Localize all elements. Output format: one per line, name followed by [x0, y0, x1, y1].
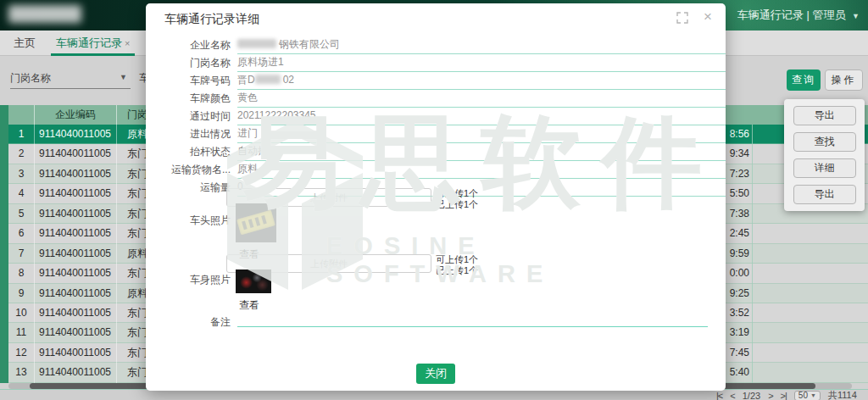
column-header-code: 企业编码	[34, 105, 116, 125]
row-number-cell: 12	[8, 343, 34, 363]
field-value: 黄色	[237, 91, 726, 108]
field-label: 通过时间	[164, 108, 231, 124]
tab-vehicle-records[interactable]: 车辆通行记录×	[51, 31, 135, 56]
field-value: 原料	[237, 162, 726, 179]
next-page-button[interactable]: >	[768, 391, 772, 400]
redacted-text	[237, 39, 276, 48]
photo-head-label: 车头照片	[164, 214, 231, 228]
operate-dropdown-menu: 导出查找详细导出	[784, 99, 865, 211]
license-plate-image	[236, 210, 275, 236]
operate-menu-item[interactable]: 导出	[793, 185, 856, 204]
upload-can-count: 可上传1个	[436, 188, 512, 199]
gate-filter-label: 门岗名称	[10, 71, 51, 86]
row-end-cell	[752, 284, 868, 303]
detail-field-row: 车牌颜色黄色	[164, 91, 708, 108]
row-number-cell: 11	[8, 323, 34, 342]
field-label: 企业名称	[164, 37, 231, 53]
user-menu[interactable]: 车辆通行记录 | 管理员 ▼	[737, 0, 860, 31]
row-number-cell: 4	[8, 184, 34, 203]
enterprise-code-cell: 9114040011005	[34, 125, 116, 144]
detail-field-row: 车牌号码晋D02	[164, 73, 708, 91]
field-value: 进门	[237, 126, 726, 143]
redacted-text	[255, 75, 281, 84]
upload-box-label: 上传附件	[310, 258, 348, 269]
row-end-cell	[752, 323, 868, 342]
row-number-cell: 3	[8, 164, 34, 184]
prev-page-button[interactable]: <	[730, 391, 734, 400]
row-number-cell: 1	[8, 125, 34, 144]
page-indicator: 1/23	[743, 391, 760, 400]
field-label: 车牌号码	[164, 73, 231, 88]
modal-title: 车辆通行记录详细	[164, 12, 259, 27]
detail-field-row: 运输货物名...原料	[164, 162, 708, 180]
row-number-cell: 9	[8, 284, 34, 303]
app-logo	[8, 5, 81, 23]
row-number-cell: 13	[8, 363, 34, 382]
field-value: 钢铁有限公司	[237, 37, 726, 54]
vehicle-head-photo-thumbnail[interactable]	[236, 203, 276, 242]
maximize-icon[interactable]	[676, 12, 688, 24]
note-input[interactable]	[237, 326, 708, 327]
total-count: 共1114	[828, 389, 857, 400]
field-value: 原料场进1	[237, 55, 726, 72]
field-value: 晋D02	[237, 73, 726, 90]
last-page-button[interactable]: >|	[781, 391, 787, 400]
detail-field-row: 门岗名称原料场进1	[164, 55, 708, 73]
detail-field-row: 通过时间20211222203345	[164, 108, 708, 126]
enterprise-code-cell: 9114040011005	[34, 244, 116, 264]
field-value: 20211222203345	[237, 108, 726, 125]
chevron-down-icon: ▼	[852, 12, 860, 20]
tab-label: 车辆通行记录	[56, 36, 122, 49]
enterprise-code-cell: 9114040011005	[34, 284, 116, 303]
page-size-value: 50	[798, 391, 808, 400]
upload-can-count: 可上传1个	[436, 254, 512, 265]
field-label: 抬杆状态	[164, 144, 231, 159]
row-end-cell	[752, 264, 868, 283]
operate-menu-item[interactable]: 导出	[793, 106, 856, 125]
upload-box-label: 上传附件	[310, 192, 348, 203]
field-value: 自动抬杆	[237, 144, 726, 161]
row-end-cell	[752, 363, 868, 382]
record-detail-modal: 车辆通行记录详细 × 企业名称钢铁有限公司门岗名称原料场进1车牌号码晋D02车牌…	[146, 3, 726, 391]
enterprise-code-cell: 9114040011005	[34, 264, 116, 283]
enterprise-code-cell: 9114040011005	[34, 343, 116, 363]
upload-note-body: 可上传1个 已上传1个	[436, 254, 512, 276]
gate-filter-select[interactable]	[10, 88, 131, 89]
field-label: 门岗名称	[164, 55, 231, 70]
row-number-cell: 7	[8, 244, 34, 264]
first-page-button[interactable]: |<	[716, 391, 722, 400]
row-end-cell	[752, 224, 868, 243]
close-icon[interactable]: ×	[704, 8, 712, 25]
row-number-cell: 2	[8, 144, 34, 164]
tab-close-icon[interactable]: ×	[125, 38, 130, 48]
operate-button[interactable]: 操作	[825, 69, 863, 91]
operate-menu-item[interactable]: 查找	[793, 132, 856, 152]
row-number-cell: 6	[8, 224, 34, 243]
enterprise-code-cell: 9114040011005	[34, 323, 116, 342]
detail-field-row: 企业名称钢铁有限公司	[164, 37, 708, 55]
upload-done-count: 已上传1个	[436, 265, 512, 276]
field-label: 运输量	[164, 180, 231, 195]
upload-done-count: 已上传1个	[436, 199, 512, 210]
enterprise-code-cell: 9114040011005	[34, 303, 116, 323]
chevron-down-icon[interactable]: ▼	[120, 73, 127, 81]
table-left-strip	[0, 105, 8, 383]
detail-field-row: 抬杆状态自动抬杆	[164, 144, 708, 162]
row-end-cell	[752, 303, 868, 323]
vehicle-body-photo-thumbnail[interactable]	[236, 269, 271, 293]
enterprise-code-cell: 9114040011005	[34, 363, 116, 382]
query-button[interactable]: 查询	[787, 69, 821, 91]
modal-close-button[interactable]: 关闭	[416, 364, 455, 384]
photo-body-label: 车身照片	[164, 273, 231, 287]
page-size-select[interactable]: 50 ▼	[794, 391, 821, 400]
enterprise-code-cell: 9114040011005	[34, 144, 116, 164]
field-label: 运输货物名...	[164, 162, 231, 177]
view-body-photo-link[interactable]: 查看	[239, 298, 259, 313]
operate-menu-item[interactable]: 详细	[793, 158, 856, 178]
row-number-cell: 8	[8, 264, 34, 283]
tab-home[interactable]: 主页	[14, 31, 36, 56]
field-label: 进出情况	[164, 126, 231, 142]
enterprise-code-cell: 9114040011005	[34, 184, 116, 203]
detail-field-row: 进出情况进门	[164, 126, 708, 144]
user-menu-label: 车辆通行记录 | 管理员	[737, 8, 846, 21]
